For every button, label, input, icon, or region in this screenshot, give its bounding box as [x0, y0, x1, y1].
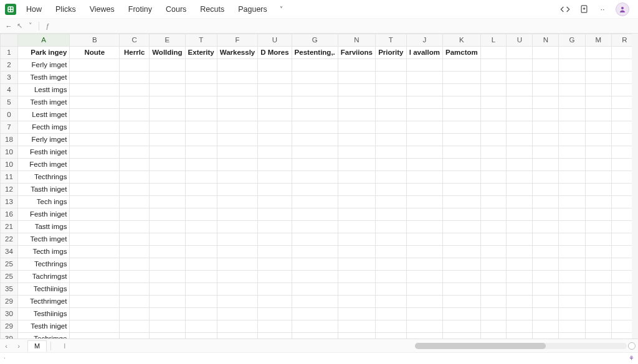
- cell[interactable]: [442, 271, 480, 283]
- cell[interactable]: D Mores: [258, 47, 292, 59]
- cell[interactable]: [217, 283, 257, 296]
- cell[interactable]: [480, 246, 507, 258]
- cell[interactable]: [559, 47, 585, 59]
- cell[interactable]: [70, 134, 120, 146]
- cell[interactable]: [217, 258, 257, 271]
- cell[interactable]: [375, 134, 406, 146]
- cell[interactable]: [150, 184, 185, 196]
- avatar[interactable]: [616, 2, 629, 16]
- cell[interactable]: [442, 146, 480, 159]
- cell[interactable]: [150, 159, 185, 171]
- cell[interactable]: [70, 308, 120, 320]
- cell[interactable]: [150, 320, 185, 333]
- cell[interactable]: [292, 196, 338, 208]
- cell[interactable]: [258, 271, 292, 283]
- app-icon[interactable]: [5, 4, 16, 15]
- cell[interactable]: Tech ings: [18, 196, 70, 208]
- cell[interactable]: [150, 146, 185, 159]
- cell[interactable]: [507, 59, 533, 72]
- status-user-icon[interactable]: ⚘: [629, 355, 634, 362]
- cell[interactable]: [533, 84, 559, 96]
- cell[interactable]: [406, 96, 442, 109]
- cell[interactable]: [533, 47, 559, 59]
- cell[interactable]: [507, 134, 533, 146]
- cell[interactable]: [585, 109, 611, 121]
- row-header[interactable]: 22: [1, 233, 18, 246]
- cell[interactable]: [338, 333, 375, 339]
- cell[interactable]: [375, 258, 406, 271]
- cell[interactable]: [70, 159, 120, 171]
- cell[interactable]: [480, 196, 507, 208]
- cell[interactable]: [533, 283, 559, 296]
- cell[interactable]: [507, 146, 533, 159]
- cell[interactable]: [559, 208, 585, 221]
- cell[interactable]: [406, 84, 442, 96]
- cell[interactable]: [292, 320, 338, 333]
- cell[interactable]: [292, 184, 338, 196]
- cell[interactable]: [120, 221, 150, 233]
- cell[interactable]: [338, 84, 375, 96]
- cell[interactable]: [375, 84, 406, 96]
- cell[interactable]: [292, 296, 338, 308]
- cell[interactable]: [406, 146, 442, 159]
- cell[interactable]: [292, 72, 338, 84]
- cell[interactable]: [406, 296, 442, 308]
- cell[interactable]: [70, 184, 120, 196]
- row-header[interactable]: 10: [1, 146, 18, 159]
- cell[interactable]: [185, 72, 217, 84]
- cell[interactable]: [120, 134, 150, 146]
- cell[interactable]: [70, 72, 120, 84]
- cell[interactable]: [70, 320, 120, 333]
- cell[interactable]: [533, 96, 559, 109]
- cell[interactable]: [585, 96, 611, 109]
- cell[interactable]: [406, 121, 442, 134]
- cell[interactable]: [585, 333, 611, 339]
- cell[interactable]: [533, 146, 559, 159]
- cell[interactable]: [217, 59, 257, 72]
- cell[interactable]: [185, 208, 217, 221]
- cell[interactable]: Festh iniget: [18, 208, 70, 221]
- cell[interactable]: [217, 308, 257, 320]
- cell[interactable]: [185, 59, 217, 72]
- caret-icon[interactable]: ˅: [25, 22, 36, 30]
- cell[interactable]: [292, 258, 338, 271]
- cell[interactable]: [185, 233, 217, 246]
- cell[interactable]: [442, 233, 480, 246]
- cell[interactable]: [258, 146, 292, 159]
- cell[interactable]: [70, 283, 120, 296]
- cell[interactable]: [375, 283, 406, 296]
- cell[interactable]: [507, 308, 533, 320]
- cell[interactable]: [217, 121, 257, 134]
- cell[interactable]: [480, 72, 507, 84]
- cell[interactable]: [507, 271, 533, 283]
- cell[interactable]: [533, 184, 559, 196]
- cell[interactable]: [585, 283, 611, 296]
- cell[interactable]: Noute: [70, 47, 120, 59]
- cell[interactable]: [406, 72, 442, 84]
- cell[interactable]: [120, 283, 150, 296]
- cell[interactable]: [338, 59, 375, 72]
- cell[interactable]: [559, 221, 585, 233]
- cell[interactable]: [507, 333, 533, 339]
- cell[interactable]: [480, 271, 507, 283]
- cell[interactable]: [185, 184, 217, 196]
- cell[interactable]: Ferly imget: [18, 59, 70, 72]
- cell[interactable]: [480, 283, 507, 296]
- sheet-tab[interactable]: I: [57, 340, 72, 352]
- cell[interactable]: [442, 121, 480, 134]
- cell[interactable]: [217, 196, 257, 208]
- column-header[interactable]: F: [217, 34, 257, 47]
- cell[interactable]: [406, 320, 442, 333]
- cell[interactable]: Lestt imgs: [18, 84, 70, 96]
- cell[interactable]: [217, 246, 257, 258]
- row-header[interactable]: 16: [1, 208, 18, 221]
- cell[interactable]: [406, 333, 442, 339]
- cell[interactable]: [533, 271, 559, 283]
- cell[interactable]: [70, 96, 120, 109]
- cell[interactable]: [292, 308, 338, 320]
- cell[interactable]: [375, 320, 406, 333]
- cell[interactable]: [533, 208, 559, 221]
- cell[interactable]: [585, 72, 611, 84]
- cell[interactable]: [292, 208, 338, 221]
- cell[interactable]: [480, 208, 507, 221]
